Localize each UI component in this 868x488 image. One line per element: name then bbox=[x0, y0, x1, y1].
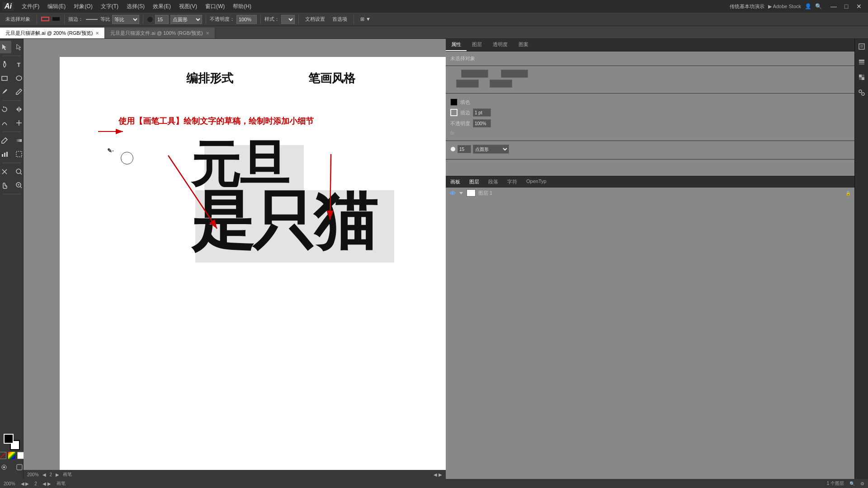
brush-size-input[interactable] bbox=[155, 15, 169, 24]
symbol-sprayer-tool[interactable] bbox=[0, 461, 11, 474]
nav-next[interactable]: ▶ bbox=[56, 472, 59, 477]
tool-options-icon[interactable]: ⋯ bbox=[844, 56, 850, 62]
layer-visibility-toggle[interactable] bbox=[449, 190, 456, 196]
eyedropper-tool[interactable] bbox=[0, 134, 11, 147]
layers-icon[interactable] bbox=[856, 56, 868, 68]
menu-help[interactable]: 帮助(H) bbox=[229, 2, 255, 11]
status-nav[interactable]: ◀ ▶ bbox=[21, 481, 29, 486]
rectangle-tool[interactable] bbox=[0, 72, 11, 84]
layers-tab-paragraph[interactable]: 段落 bbox=[484, 177, 503, 187]
layer-lock-icon[interactable]: 🔒 bbox=[845, 191, 851, 196]
canvas-nav[interactable]: ◀ ▶ bbox=[434, 472, 442, 477]
rotate-tool[interactable] bbox=[0, 103, 11, 116]
fill-color-box[interactable] bbox=[450, 99, 458, 106]
pattern-icon[interactable] bbox=[856, 87, 868, 99]
toolbar-sep-3 bbox=[143, 15, 143, 24]
menu-edit[interactable]: 编辑(E) bbox=[44, 2, 69, 11]
svg-line-19 bbox=[5, 172, 7, 174]
opacity-input[interactable] bbox=[236, 15, 257, 24]
status-bar: 200% ◀ ▶ 2 ◀ ▶ 画笔 1 个图层 🔍 ⚙ bbox=[0, 479, 868, 488]
stroke-width-input[interactable] bbox=[473, 108, 491, 117]
layers-tab-artboard[interactable]: 画板 bbox=[446, 177, 465, 187]
panel-tab-transparency[interactable]: 透明度 bbox=[487, 39, 513, 51]
shear-input[interactable] bbox=[490, 80, 512, 88]
menu-view[interactable]: 视图(V) bbox=[175, 2, 201, 11]
svg-line-17 bbox=[5, 169, 7, 172]
tab-2-close[interactable]: ✕ bbox=[206, 31, 209, 36]
layers-tabs: 画板 图层 段落 字符 OpenTyp bbox=[446, 177, 854, 188]
paintbrush-tool[interactable] bbox=[0, 85, 11, 98]
tab-1[interactable]: 元旦是只猫讲解.ai @ 200% (RGB/预览) ✕ bbox=[0, 28, 105, 38]
svg-point-34 bbox=[451, 147, 455, 151]
layer-row-1[interactable]: 图层 1 🔒 bbox=[446, 188, 854, 198]
arrange-button[interactable]: ⊞ ▼ bbox=[358, 14, 373, 25]
doc-settings-button[interactable]: 文档设置 bbox=[302, 14, 328, 25]
opacity-expand-arrow[interactable]: ▶ bbox=[494, 121, 497, 127]
selection-tool[interactable] bbox=[0, 41, 11, 53]
brush-shape-select[interactable]: 点圆形 bbox=[170, 15, 202, 24]
layers-tab-layers[interactable]: 图层 bbox=[465, 177, 484, 187]
quick-actions-title: 快速操作 bbox=[450, 163, 850, 169]
brush-type-select[interactable]: 点圆形 bbox=[473, 145, 509, 154]
layers-tab-char[interactable]: 字符 bbox=[503, 177, 522, 187]
svg-rect-11 bbox=[16, 139, 22, 142]
stroke-color-box[interactable] bbox=[450, 109, 458, 116]
hand-tool[interactable] bbox=[0, 179, 11, 192]
width-input[interactable] bbox=[461, 70, 488, 78]
status-page: 2 bbox=[34, 481, 37, 486]
menu-text[interactable]: 文字(T) bbox=[97, 2, 122, 11]
panel-tab-properties[interactable]: 属性 bbox=[446, 39, 467, 51]
height-input[interactable] bbox=[501, 70, 528, 78]
tab-1-close[interactable]: ✕ bbox=[95, 31, 99, 36]
svg-rect-1 bbox=[52, 17, 60, 21]
opacity-val-input[interactable] bbox=[473, 119, 491, 127]
pen-tools: T bbox=[0, 58, 26, 71]
pen-tool[interactable] bbox=[0, 58, 11, 71]
menu-window[interactable]: 窗口(W) bbox=[202, 2, 228, 11]
angle-input[interactable] bbox=[456, 80, 479, 88]
foreground-color-swatch[interactable] bbox=[4, 434, 14, 444]
svg-rect-42 bbox=[859, 61, 864, 63]
left-tool-panel: T bbox=[0, 39, 24, 479]
properties-icon[interactable] bbox=[856, 41, 868, 52]
status-layers-count: 1 个图层 bbox=[827, 480, 844, 487]
menu-effect[interactable]: 效果(E) bbox=[149, 2, 175, 11]
brush-size-right[interactable] bbox=[458, 145, 471, 153]
svg-rect-47 bbox=[862, 77, 864, 80]
user-icon[interactable]: 👤 bbox=[805, 3, 811, 9]
color-swatch-stack[interactable] bbox=[4, 434, 20, 450]
nav-prev[interactable]: ◀ bbox=[42, 472, 46, 477]
scissors-tool[interactable] bbox=[0, 165, 11, 178]
none-swatch[interactable] bbox=[0, 452, 6, 459]
menu-select[interactable]: 选择(S) bbox=[123, 2, 148, 11]
stroke-label: 描边： bbox=[68, 16, 83, 23]
status-search-icon[interactable]: 🔍 bbox=[849, 481, 855, 486]
style-select[interactable] bbox=[281, 15, 295, 24]
layers-tab-opentype[interactable]: OpenTyp bbox=[522, 177, 551, 187]
layer-expand-icon[interactable] bbox=[458, 190, 464, 196]
status-nav2[interactable]: ◀ ▶ bbox=[42, 481, 51, 486]
tab-2[interactable]: 元旦是只猫源文件.ai @ 100% (RGB/预览) ✕ bbox=[105, 28, 215, 38]
maximize-button[interactable]: □ bbox=[840, 0, 853, 13]
toolbar-sep-7 bbox=[354, 15, 354, 24]
toolbar-selection-tool[interactable]: 未选择对象 bbox=[3, 14, 33, 25]
status-settings-icon[interactable]: ⚙ bbox=[860, 481, 864, 486]
graph-tool[interactable] bbox=[0, 148, 11, 160]
stroke-style-select[interactable]: 等比 bbox=[112, 15, 139, 24]
close-button[interactable]: ✕ bbox=[853, 0, 865, 13]
svg-marker-37 bbox=[459, 192, 463, 194]
minimize-button[interactable]: — bbox=[827, 0, 840, 13]
stroke-width-arrow[interactable]: ▲▼ bbox=[494, 110, 504, 115]
menu-file[interactable]: 文件(F) bbox=[18, 2, 43, 11]
transparency-icon[interactable] bbox=[856, 71, 868, 83]
search-icon[interactable]: 🔍 bbox=[815, 3, 822, 9]
hand-tools bbox=[0, 179, 26, 192]
color-mode-btn[interactable] bbox=[8, 452, 15, 459]
menu-object[interactable]: 对象(O) bbox=[70, 2, 96, 11]
brush-menu-icon[interactable]: ▼ bbox=[511, 146, 516, 152]
right-container: 属性 图层 透明度 图案 未选择对象 ⋯ 宽： 高： bbox=[446, 39, 868, 479]
warp-tool[interactable] bbox=[0, 117, 11, 129]
preferences-button[interactable]: 首选项 bbox=[330, 14, 350, 25]
panel-tab-layers[interactable]: 图层 bbox=[467, 39, 487, 51]
panel-tab-pattern[interactable]: 图案 bbox=[513, 39, 534, 51]
